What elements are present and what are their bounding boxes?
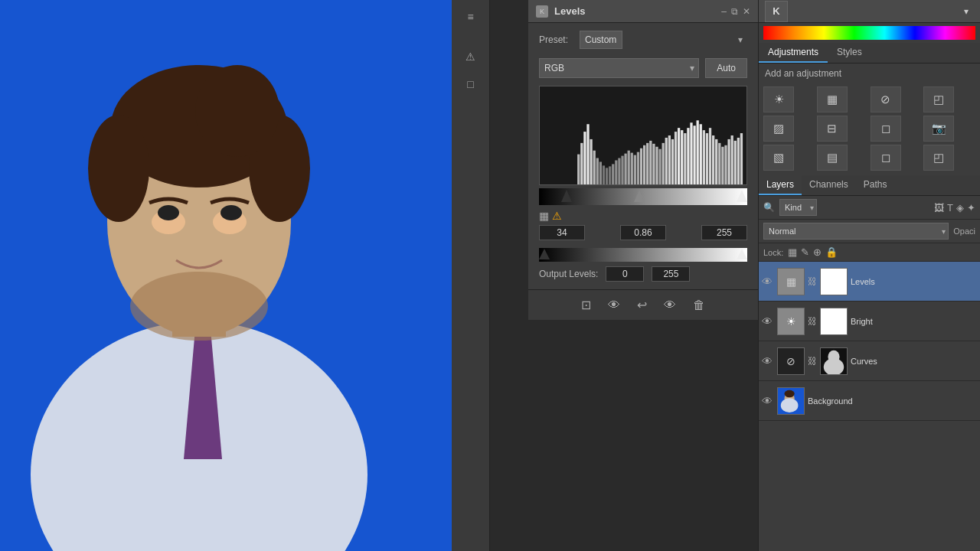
svg-rect-25 <box>612 164 614 184</box>
layer-item-background[interactable]: 👁 Background <box>759 381 980 421</box>
lock-position-icon[interactable]: ⊕ <box>813 246 822 258</box>
smart-filter-icon[interactable]: ✦ <box>967 202 975 214</box>
chevron-down-icon[interactable]: ▾ <box>959 4 974 19</box>
layer-item-levels[interactable]: 👁 ▦ ⛓ Levels <box>759 262 980 302</box>
vibrance-btn[interactable]: ▨ <box>763 116 794 142</box>
svg-rect-24 <box>609 166 611 184</box>
preset-select[interactable]: Custom <box>580 31 622 49</box>
input-slider[interactable] <box>539 188 747 205</box>
tab-layers[interactable]: Layers <box>759 175 802 195</box>
eye-preview-button[interactable]: 👁 <box>605 297 623 314</box>
visibility-button[interactable]: 👁 <box>661 297 679 314</box>
auto-button[interactable]: Auto <box>705 58 747 78</box>
curves-btn[interactable]: ⊘ <box>871 86 901 112</box>
right-panel: K ▾ Adjustments Styles Add an adjustment… <box>758 0 980 551</box>
close-panel-icon[interactable]: ✕ <box>743 6 750 17</box>
shape-filter-icon[interactable]: ◈ <box>956 202 964 214</box>
kind-select[interactable]: Kind <box>779 199 817 216</box>
layers-tabs: Layers Channels Paths <box>759 175 980 196</box>
output-black-handle[interactable] <box>539 249 550 259</box>
reset-button[interactable]: ↩ <box>634 296 650 314</box>
eye-icon-background[interactable]: 👁 <box>762 395 774 407</box>
collapse-icon[interactable]: ≡ <box>460 6 482 28</box>
svg-rect-42 <box>665 138 668 184</box>
hsl-btn[interactable]: ⊟ <box>817 116 848 142</box>
layer-thumb-curves-mask <box>820 347 848 375</box>
tab-paths[interactable]: Paths <box>856 175 895 195</box>
tab-adjustments[interactable]: Adjustments <box>759 43 828 63</box>
svg-rect-50 <box>690 122 692 184</box>
blend-mode-row: Normal Opaci <box>759 220 980 243</box>
add-adjustment-label: Add an adjustment <box>759 64 980 83</box>
adj-icons-grid-2: ▨ ⊟ ◻ 📷 <box>759 116 980 145</box>
layer-item-bright[interactable]: 👁 ☀ ⛓ Bright <box>759 302 980 341</box>
layer-item-curves[interactable]: 👁 ⊘ ⛓ Curves <box>759 341 980 381</box>
output-white-handle[interactable] <box>737 249 747 259</box>
shadow-input[interactable] <box>539 225 585 240</box>
histogram-tools-icon: ▦ <box>539 210 549 222</box>
lock-label: Lock: <box>763 248 783 257</box>
highlight-input[interactable] <box>701 225 747 240</box>
clip-button[interactable]: ⊡ <box>578 296 594 314</box>
photo-filter-btn[interactable]: ▧ <box>763 145 794 171</box>
channel-select[interactable]: RGB <box>539 58 699 78</box>
svg-rect-28 <box>621 156 623 184</box>
svg-rect-32 <box>634 155 636 184</box>
svg-rect-39 <box>655 147 658 184</box>
expand-panel-icon[interactable]: ⧉ <box>731 6 738 17</box>
pixel-filter-icon[interactable]: 🖼 <box>934 202 944 214</box>
eye-icon-bright[interactable]: 👁 <box>762 315 774 328</box>
layer-thumb-levels-mask <box>820 268 848 295</box>
channel-mixer-btn[interactable]: ▤ <box>817 145 848 171</box>
output-gradient[interactable] <box>539 248 747 262</box>
posterize-btn[interactable]: ◰ <box>923 145 954 171</box>
exposure-btn[interactable]: ◰ <box>923 86 954 112</box>
kind-select-wrap: Kind <box>779 199 817 216</box>
channel-row: RGB Auto <box>539 58 747 78</box>
type-filter-icon[interactable]: T <box>947 202 953 214</box>
square-icon-side[interactable]: □ <box>460 73 482 95</box>
preset-select-wrap: Custom <box>580 31 747 49</box>
midtone-input[interactable] <box>620 225 666 240</box>
bw-btn[interactable]: 📷 <box>923 116 954 142</box>
eye-icon-curves[interactable]: 👁 <box>762 355 774 367</box>
lock-pixels-icon[interactable]: ▦ <box>788 246 797 258</box>
levels-warning-icon: ⚠ <box>552 210 562 222</box>
midtone-handle[interactable] <box>634 190 645 202</box>
svg-rect-49 <box>687 128 689 184</box>
input-values-row <box>539 225 747 240</box>
warning-icon-side[interactable]: ⚠ <box>460 46 482 67</box>
blend-mode-select[interactable]: Normal <box>763 223 949 240</box>
eye-icon-levels[interactable]: 👁 <box>762 276 774 288</box>
black-point-handle[interactable] <box>561 190 572 202</box>
color-balance-btn[interactable]: ◻ <box>871 116 901 142</box>
collapse-panel-icon[interactable]: – <box>721 6 727 17</box>
color-lookup-btn[interactable]: ◻ <box>871 145 901 171</box>
layers-search-icon[interactable]: 🔍 <box>763 202 775 213</box>
tab-styles[interactable]: Styles <box>828 43 871 63</box>
svg-rect-63 <box>731 135 733 184</box>
svg-rect-23 <box>606 168 608 184</box>
svg-rect-48 <box>684 133 686 184</box>
lock-paint-icon[interactable]: ✎ <box>801 246 809 258</box>
svg-rect-61 <box>724 145 727 184</box>
output-max-input[interactable] <box>652 266 690 282</box>
lock-icons: ▦ ✎ ⊕ 🔒 <box>788 246 838 258</box>
svg-rect-51 <box>693 126 695 184</box>
white-point-handle[interactable] <box>737 190 747 202</box>
tab-channels[interactable]: Channels <box>802 175 856 195</box>
svg-rect-33 <box>637 152 639 184</box>
kind-filter-icons: 🖼 T ◈ ✦ <box>934 202 975 214</box>
svg-rect-56 <box>709 128 711 184</box>
levels-btn[interactable]: ▦ <box>817 86 848 112</box>
svg-rect-43 <box>668 135 671 184</box>
svg-rect-16 <box>583 132 586 184</box>
layers-list: 👁 ▦ ⛓ Levels 👁 ☀ ⛓ Bright 👁 ⊘ ⛓ <box>759 262 980 551</box>
chain-icon-levels: ⛓ <box>808 276 817 287</box>
histogram-container <box>539 86 747 185</box>
delete-button[interactable]: 🗑 <box>690 297 708 314</box>
brightness-contrast-btn[interactable]: ☀ <box>763 86 794 112</box>
lock-all-icon[interactable]: 🔒 <box>825 246 838 258</box>
canvas-photo <box>0 0 452 551</box>
output-min-input[interactable] <box>606 266 644 282</box>
